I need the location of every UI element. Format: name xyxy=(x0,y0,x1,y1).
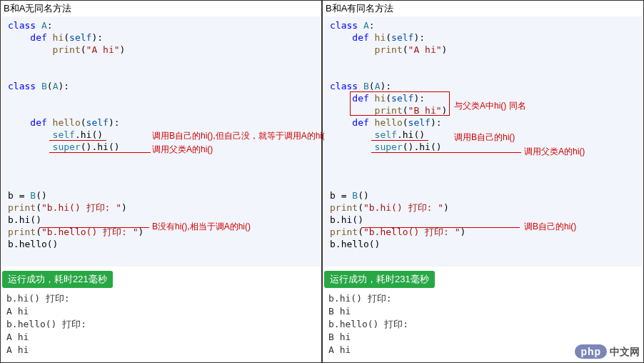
right-code-block: class A: def hi(self): print("A hi") cla… xyxy=(324,16,642,267)
left-anno-self-hi: 调用B自己的hi(),但自己没，就等于调用A的hi() xyxy=(152,130,328,142)
right-underline-bhi xyxy=(361,227,520,228)
right-title: B和A有同名方法 xyxy=(323,1,643,16)
right-anno-same-name: 与父类A中hi() 同名 xyxy=(454,100,526,112)
right-status-badge: 运行成功，耗时231毫秒 xyxy=(324,271,435,288)
left-status-badge: 运行成功，耗时221毫秒 xyxy=(2,271,113,288)
output-line: b.hi() 打印: xyxy=(328,292,638,305)
left-title: B和A无同名方法 xyxy=(1,1,321,16)
watermark-text: 中文网 xyxy=(610,346,640,357)
output-line: B hi xyxy=(328,305,638,318)
left-underline-super-hi xyxy=(49,152,151,153)
output-line: b.hello() 打印: xyxy=(328,318,638,331)
right-anno-bhi: 调B自己的hi() xyxy=(524,221,576,233)
right-panel: B和A有同名方法 class A: def hi(self): print("A… xyxy=(322,0,644,363)
php-logo: php xyxy=(575,344,607,359)
left-panel: B和A无同名方法 class A: def hi(self): print("A… xyxy=(0,0,322,363)
left-anno-super-hi: 调用父类A的hi() xyxy=(152,144,213,156)
output-line: A hi xyxy=(6,344,316,357)
output-line: A hi xyxy=(6,331,316,344)
page-root: B和A无同名方法 class A: def hi(self): print("A… xyxy=(0,0,644,363)
right-anno-self-hi: 调用B自己的hi() xyxy=(454,131,515,144)
output-line: b.hello() 打印: xyxy=(6,318,316,331)
left-anno-bhi: B没有hi(),相当于调A的hi() xyxy=(152,221,251,233)
output-line: B hi xyxy=(328,331,638,344)
right-override-box xyxy=(350,91,450,116)
output-line: b.hi() 打印: xyxy=(6,292,316,305)
left-code-block: class A: def hi(self): print("A hi") cla… xyxy=(2,16,320,267)
right-anno-super-hi: 调用父类A的hi() xyxy=(524,146,585,158)
watermark: php 中文网 xyxy=(575,346,640,359)
output-line: A hi xyxy=(6,305,316,318)
left-underline-bhi xyxy=(39,227,149,228)
right-underline-super-hi xyxy=(371,152,521,153)
right-underline-self-hi xyxy=(371,140,428,141)
left-output: b.hi() 打印: A hi b.hello() 打印: A hi A hi xyxy=(1,291,321,362)
left-underline-self-hi xyxy=(49,140,106,141)
